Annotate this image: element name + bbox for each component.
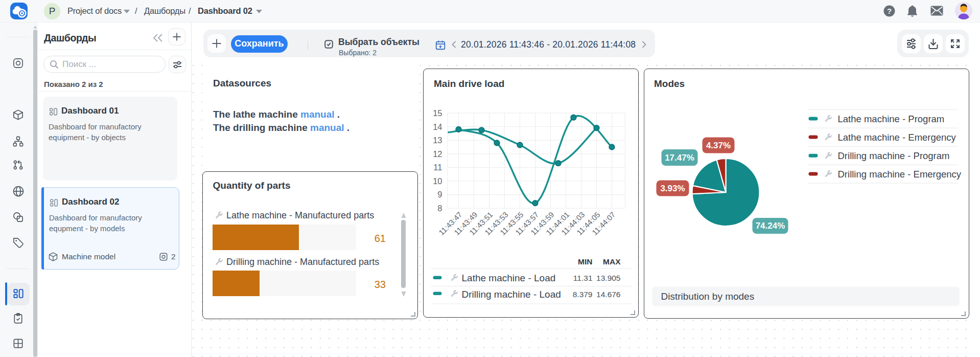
svg-text:17.47%: 17.47% — [665, 153, 694, 163]
svg-text:8: 8 — [437, 204, 442, 213]
svg-text:3.93%: 3.93% — [660, 184, 685, 193]
svg-text:Lathe machine - Program: Lathe machine - Program — [838, 114, 945, 124]
svg-text:Drilling machine - Emergency: Drilling machine - Emergency — [838, 169, 962, 180]
svg-text:8.379: 8.379 — [573, 290, 593, 299]
svg-text:Drilling machine - Load: Drilling machine - Load — [462, 289, 561, 300]
svg-text:11.31: 11.31 — [573, 274, 593, 282]
svg-text:4.37%: 4.37% — [706, 141, 731, 150]
svg-text:11: 11 — [433, 163, 442, 172]
svg-text:?: ? — [887, 7, 892, 15]
svg-text:9: 9 — [437, 190, 442, 199]
svg-text:MAX: MAX — [603, 257, 621, 266]
svg-text:10: 10 — [433, 176, 442, 186]
svg-text:13: 13 — [433, 136, 442, 145]
svg-text:14.676: 14.676 — [596, 290, 620, 299]
svg-text:13.905: 13.905 — [596, 274, 620, 282]
svg-text:Drilling machine - Program: Drilling machine - Program — [838, 150, 950, 161]
svg-text:12: 12 — [433, 149, 442, 159]
svg-text:MIN: MIN — [578, 257, 592, 266]
svg-text:14: 14 — [433, 122, 442, 131]
svg-text:Distribution by modes: Distribution by modes — [661, 291, 755, 302]
svg-text:Lathe machine - Emergency: Lathe machine - Emergency — [838, 132, 956, 143]
svg-text:15: 15 — [433, 108, 442, 118]
svg-text:74.24%: 74.24% — [756, 221, 785, 231]
svg-text:Lathe machine - Load: Lathe machine - Load — [462, 273, 556, 283]
